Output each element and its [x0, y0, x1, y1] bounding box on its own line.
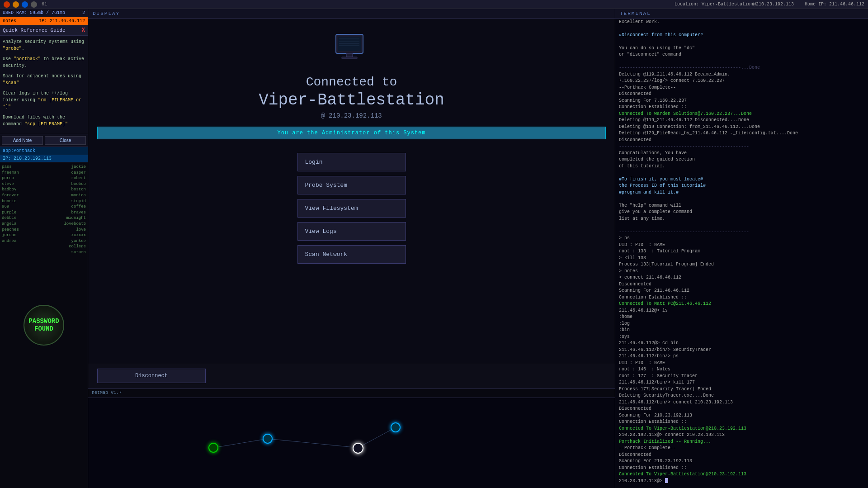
- quick-ref-close-button[interactable]: X: [82, 27, 85, 33]
- top-counter: 61: [42, 2, 47, 7]
- term-prompt: 210.23.192.113@>: [619, 478, 864, 485]
- pwd-right-9: braves: [64, 210, 86, 216]
- pwd-left-1: pass: [2, 164, 19, 170]
- tip-1: Analyze security systems using "probe".: [3, 38, 85, 52]
- term-l27: root : 133 : Tutorial Program: [619, 248, 864, 255]
- svg-line-8: [213, 439, 268, 448]
- extra-icon[interactable]: [31, 1, 37, 8]
- term-l29: Process 133[Tutorial Program] Ended: [619, 261, 864, 268]
- term-l19: Congratulations, You have: [619, 150, 864, 157]
- ip-row: notes IP: 211.46.46.112: [0, 17, 88, 25]
- password-list-right: jackie casper robert booboo boston monic…: [64, 164, 86, 256]
- term-l53: Connection Established ::: [619, 419, 864, 426]
- display-header-label: DISPLAY: [93, 11, 120, 16]
- settings-icon[interactable]: [22, 1, 28, 8]
- pwd-left-12: peaches: [2, 227, 19, 233]
- minimize-icon[interactable]: [13, 1, 19, 8]
- pwd-left-7: bonnie: [2, 199, 19, 204]
- probe-system-button[interactable]: Probe System: [297, 176, 406, 194]
- term-l37: :home: [619, 314, 864, 321]
- pwd-right-8: coffee: [64, 204, 86, 210]
- term-div-5: ----------------------------------------…: [619, 143, 864, 150]
- terminal-header-label: TERMINAL: [620, 11, 651, 16]
- view-filesystem-button[interactable]: View Filesystem: [297, 199, 406, 218]
- add-note-button[interactable]: Add Note: [2, 136, 43, 145]
- pwd-right-4: booboo: [64, 181, 86, 187]
- network-node-cyan-1[interactable]: [263, 434, 273, 444]
- term-space2: [619, 38, 864, 45]
- term-l7: or "disconnect" command: [619, 52, 864, 58]
- term-l61: Connected To Viper-Battlestation@210.23.…: [619, 471, 864, 478]
- term-l21: of this tutorial.: [619, 163, 864, 170]
- top-bar-left: 61: [4, 1, 47, 8]
- notes-label: notes: [3, 19, 16, 24]
- tip-2: Use "porthack" to break active security.: [3, 56, 85, 69]
- admin-banner: You are the Administrator of this System: [97, 127, 606, 139]
- computer-icon: [334, 32, 370, 66]
- disconnect-button[interactable]: Disconnect: [97, 369, 206, 383]
- term-l56: Porthack Initialized -- Running...: [619, 439, 864, 445]
- login-button[interactable]: Login: [297, 153, 406, 171]
- term-l46: root : 177 : Security Tracer: [619, 373, 864, 380]
- pwd-left-8: 969: [2, 204, 19, 210]
- network-node-green[interactable]: [208, 443, 218, 453]
- term-l22: The "help" command will: [619, 203, 864, 209]
- term-l33: Scanning For 211.46.46.112: [619, 288, 864, 294]
- term-l16: Deleting @119 Connection: from_211.46.46…: [619, 124, 864, 131]
- term-l23: give you a complete command: [619, 209, 864, 216]
- app-ip: IP: 210.23.192.113: [0, 155, 88, 162]
- pwd-left-10: debbie: [2, 215, 19, 221]
- pwd-right-11: loveboat5: [64, 221, 86, 227]
- close-note-button[interactable]: Close: [45, 136, 86, 145]
- pwd-left-3: porno: [2, 175, 19, 181]
- term-l12: Scanning For 7.160.22.237: [619, 98, 864, 104]
- network-node-white[interactable]: [353, 443, 363, 454]
- center-display: DISPLAY Connected to Viper-Battlestatio: [88, 9, 615, 488]
- pwd-left-11: angela: [2, 221, 19, 227]
- location-text: Location: Viper-Battlestation@210.23.192…: [675, 2, 794, 7]
- term-space6: [619, 222, 864, 229]
- term-l52: Scanning For 210.23.192.113: [619, 412, 864, 419]
- pwd-right-1: jackie: [64, 164, 86, 170]
- pwd-right-2: casper: [64, 170, 86, 176]
- term-l58: Disconnected: [619, 452, 864, 459]
- term-space4: [619, 170, 864, 176]
- pwd-left-14: andrea: [2, 238, 19, 244]
- server-name: Viper-Battlestation: [259, 91, 444, 109]
- term-l25: > ps: [619, 235, 864, 242]
- term-space1: [619, 25, 864, 32]
- term-l59: Scanning For 210.23.192.113: [619, 458, 864, 465]
- term-l45: root : 146 : Notes: [619, 366, 864, 373]
- scan-network-button[interactable]: Scan Network: [297, 245, 406, 264]
- pwd-left-4: steve: [2, 181, 19, 187]
- term-l24: list at any time.: [619, 216, 864, 223]
- terminal-header: TERMINAL: [615, 9, 868, 19]
- pwd-left-13: jordan: [2, 232, 19, 238]
- term-l14: Connected To Warden Solutions@7.160.22.2…: [619, 111, 864, 118]
- term-hash1: #Disconnect from this computer#: [619, 32, 864, 39]
- tip-5: Download files with the command "scp [FI…: [3, 114, 85, 128]
- svg-line-9: [268, 439, 358, 448]
- term-l49: Deleting SecurityTracer.exe....Done: [619, 393, 864, 399]
- term-l60: Connection Established ::: [619, 465, 864, 472]
- term-l42: 211.46.46.112/bin/> SecurityTracer: [619, 347, 864, 354]
- term-l43: 211.46.46.112/bin/> ps: [619, 353, 864, 360]
- pwd-right-14: yankee: [64, 238, 86, 244]
- term-l8: Deleting @119_211.46.46.112 Became_Admin…: [619, 71, 864, 78]
- password-found-indicator: PASSWORD FOUND: [24, 305, 64, 346]
- netmap-label: netMap v1.7: [92, 390, 122, 395]
- close-icon[interactable]: [4, 1, 10, 8]
- quick-ref-content: Analyze security systems using "probe". …: [0, 36, 88, 134]
- terminal: TERMINAL Note: the wildcard "*" indicate…: [615, 9, 868, 488]
- pwd-right-10: midnight: [64, 215, 86, 221]
- ram-label: USED RAM: 595mb / 761mb: [3, 10, 65, 15]
- view-logs-button[interactable]: View Logs: [297, 222, 406, 241]
- term-div-4: ----------------------------------------…: [619, 65, 864, 71]
- pwd-right-5: boston: [64, 187, 86, 193]
- svg-rect-6: [346, 53, 353, 57]
- connected-text: Connected to: [306, 75, 397, 89]
- network-node-cyan-2[interactable]: [391, 422, 401, 432]
- tip-4: Clear logs in the ++/log folder using "r…: [3, 90, 85, 110]
- terminal-content[interactable]: Note: the wildcard "*" indicates "All". …: [615, 19, 868, 488]
- term-l26: UID : PID : NAME: [619, 242, 864, 249]
